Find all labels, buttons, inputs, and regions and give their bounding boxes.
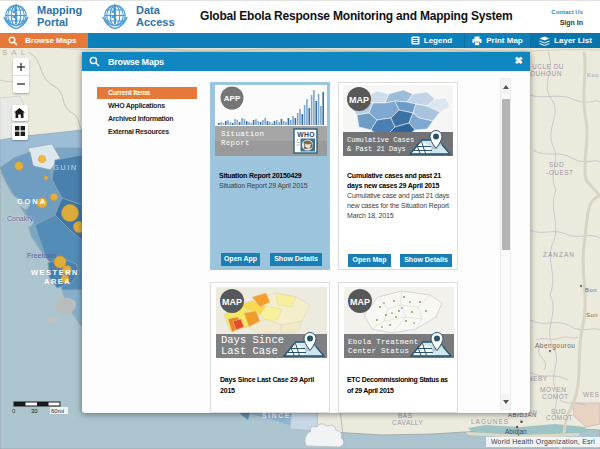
svg-text:Ebola Treatment: Ebola Treatment bbox=[348, 338, 419, 346]
svg-text:Sun: Sun bbox=[586, 312, 598, 318]
svg-text:Last Case: Last Case bbox=[221, 345, 278, 357]
svg-text:AREA: AREA bbox=[44, 277, 71, 286]
svg-text:WESTERN: WESTERN bbox=[31, 268, 79, 277]
svg-text:LAGUNES: LAGUNES bbox=[471, 418, 509, 425]
svg-text:Conakry: Conakry bbox=[7, 215, 34, 223]
svg-text:SUD: SUD bbox=[549, 161, 564, 168]
svg-text:GUIN: GUIN bbox=[53, 163, 78, 172]
svg-text:APP: APP bbox=[224, 94, 241, 103]
svg-text:Kou: Kou bbox=[587, 72, 599, 78]
svg-text:Center Status: Center Status bbox=[348, 347, 409, 355]
svg-text:WES: WES bbox=[583, 391, 599, 398]
svg-text:MAP: MAP bbox=[350, 297, 370, 307]
svg-text:Freetown: Freetown bbox=[27, 252, 56, 259]
svg-text:Cumulative Cases: Cumulative Cases bbox=[347, 136, 414, 144]
svg-text:30: 30 bbox=[31, 408, 38, 414]
svg-text:0: 0 bbox=[12, 408, 16, 414]
svg-text:COMOT: COMOT bbox=[546, 414, 573, 421]
svg-text:UCLE DU: UCLE DU bbox=[532, 63, 564, 70]
svg-text:SINCE: SINCE bbox=[262, 412, 291, 419]
svg-text:MOYEN: MOYEN bbox=[540, 386, 566, 393]
svg-text:60mi: 60mi bbox=[51, 408, 64, 414]
svg-text:-OUEST: -OUEST bbox=[546, 169, 574, 176]
svg-text:NEBY: NEBY bbox=[528, 375, 548, 382]
svg-text:CONA: CONA bbox=[17, 197, 47, 206]
svg-text:Situation: Situation bbox=[221, 130, 264, 138]
svg-text:COMOT: COMOT bbox=[542, 393, 569, 400]
svg-text:WHO: WHO bbox=[297, 131, 315, 138]
svg-text:Report: Report bbox=[221, 139, 250, 147]
svg-text:MAP: MAP bbox=[222, 297, 242, 307]
svg-text:MAP: MAP bbox=[349, 95, 369, 105]
svg-text:& Past 21 Days: & Past 21 Days bbox=[347, 145, 406, 153]
svg-text:CAVALLY: CAVALLY bbox=[392, 419, 423, 426]
svg-text:ZANZAN: ZANZAN bbox=[543, 251, 575, 258]
svg-text:Abengourou: Abengourou bbox=[535, 342, 575, 350]
svg-text:SAL: SAL bbox=[2, 48, 29, 57]
svg-text:OUHOUN: OUHOUN bbox=[530, 70, 562, 77]
svg-text:Abidjan: Abidjan bbox=[505, 428, 527, 436]
svg-text:Bon: Bon bbox=[585, 287, 597, 293]
svg-text:BAS: BAS bbox=[398, 412, 413, 419]
